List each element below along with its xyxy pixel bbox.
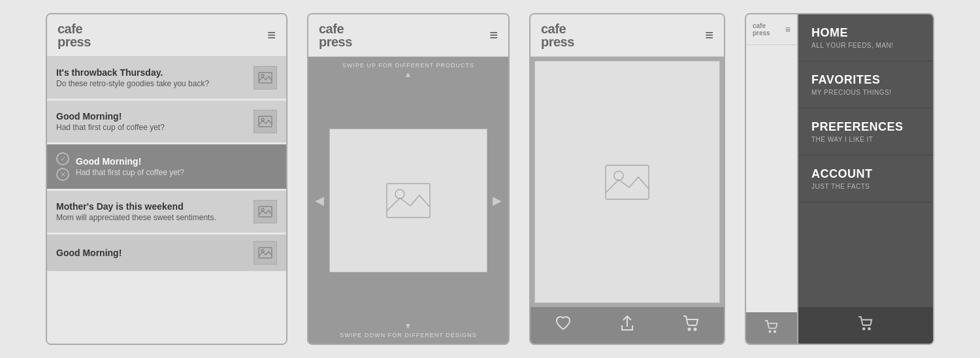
nav-item-account[interactable]: ACCOUNT JUST THE FACTS [798,155,933,203]
cart-button[interactable] [683,316,700,335]
feed-item-text: Good Morning! Had that first cup of coff… [56,111,247,132]
screen4-left-panel: cafe press ≡ [746,14,798,344]
favorite-button[interactable] [555,316,572,335]
nav-item-home[interactable]: HOME ALL YOUR FEEDS, MAN! [798,14,933,61]
small-logo-cafe: cafe [753,22,770,29]
logo-cafe: cafe [57,22,91,35]
feed-item-subtitle: Mom will appreciated these sweet sentime… [56,213,247,222]
feed-item-active[interactable]: ✓ ✕ Good Morning! Had that first cup of … [47,144,286,189]
share-button[interactable] [620,315,634,336]
screen2-header: cafe press ≡ [308,14,508,57]
screen1-header: cafe press ≡ [47,14,286,57]
logo-press: press [319,35,352,48]
nav-item-preferences[interactable]: PREFERENCES THE WAY I LIKE IT [798,108,933,155]
nav-item-preferences-title: PREFERENCES [811,120,920,134]
hamburger-menu-icon[interactable]: ≡ [705,27,713,44]
left-cart-icon[interactable] [764,320,779,336]
product-image-placeholder [604,164,650,201]
feed-item-text: It's throwback Thursday. Do these retro-… [56,67,247,88]
svg-point-16 [863,328,865,330]
logo-cafe: cafe [319,22,352,35]
swipe-up-area[interactable]: SWIPE UP FOR DIFFERENT PRODUCTS ▲ [308,57,508,84]
image-placeholder-icon [258,247,272,259]
nav-item-home-sub: ALL YOUR FEEDS, MAN! [811,42,920,49]
swipe-down-arrow: ▼ [314,321,503,331]
hamburger-menu-icon[interactable]: ≡ [489,27,498,44]
nav-menu-footer [798,307,933,344]
logo-press: press [541,35,574,48]
swipe-down-area[interactable]: ▼ SWIPE DOWN FOR DIFFERENT DESIGNS [308,316,508,344]
svg-point-12 [689,329,691,331]
feed-item-subtitle: Had that first cup of coffee yet? [56,123,247,132]
hamburger-menu-icon[interactable]: ≡ [267,27,276,44]
logo-cafe: cafe [541,22,574,35]
nav-item-favorites-sub: MY PRECIOUS THINGS! [811,89,920,96]
svg-point-17 [868,328,870,330]
carousel-main: SWIPE UP FOR DIFFERENT PRODUCTS ▲ ◀ ▶ ▼ … [308,57,508,344]
screen1-feed-list: cafe press ≡ It's throwback Thursday. Do… [46,13,287,345]
feed-item-text: Mother's Day is this weekend Mom will ap… [56,201,247,222]
active-item-icons: ✓ ✕ [56,152,69,181]
feed-item[interactable]: It's throwback Thursday. Do these retro-… [47,57,286,99]
product-image-placeholder [385,182,431,219]
feed-item-partial[interactable]: Good Morning! [47,235,286,271]
feed-item-title: Mother's Day is this weekend [56,201,247,212]
feed-item-title: Good Morning! [76,156,277,167]
nav-menu-panel: HOME ALL YOUR FEEDS, MAN! FAVORITES MY P… [798,14,933,344]
feed-item-image [253,66,277,90]
svg-rect-10 [606,165,649,199]
small-logo-press: press [753,29,770,37]
feed-item-text: Good Morning! Had that first cup of coff… [76,156,277,177]
svg-rect-8 [387,184,430,218]
feed-item-image [253,110,277,133]
screen4-left-body [746,45,797,312]
screen3-product-detail: cafe press ≡ [529,13,725,345]
feed-item-title: Good Morning! [56,111,247,122]
nav-item-account-title: ACCOUNT [811,167,920,181]
screen4-left-footer [746,312,797,344]
carousel-product-image [329,129,487,272]
svg-point-11 [614,171,623,180]
image-placeholder-icon [258,116,272,127]
swipe-up-arrow: ▲ [314,70,503,79]
feed-item[interactable]: Mother's Day is this weekend Mom will ap… [47,191,286,233]
nav-item-favorites-title: FAVORITES [811,73,920,87]
logo-press: press [57,35,91,48]
swipe-up-label: SWIPE UP FOR DIFFERENT PRODUCTS [342,62,474,69]
image-placeholder-icon [258,206,272,218]
close-icon: ✕ [56,168,69,181]
nav-cart-button[interactable] [857,316,874,334]
feed-item-image [253,200,277,223]
feed-item-text: Good Morning! [56,248,247,258]
screen3-header: cafe press ≡ [531,14,724,57]
image-placeholder-icon [258,72,272,84]
nav-item-preferences-sub: THE WAY I LIKE IT [811,136,920,143]
svg-point-14 [769,331,771,333]
screen3-footer [531,307,724,344]
svg-point-15 [774,331,776,333]
svg-point-9 [395,189,404,199]
carousel-area: ◀ ▶ [308,84,508,316]
feed-item-subtitle: Had that first cup of coffee yet? [76,168,277,177]
svg-point-13 [694,329,696,331]
carousel-prev-button[interactable]: ◀ [312,193,327,208]
product-detail-image [534,61,720,303]
cafepress-logo: cafe press [319,22,352,48]
feed-list: It's throwback Thursday. Do these retro-… [47,57,286,344]
nav-menu-list: HOME ALL YOUR FEEDS, MAN! FAVORITES MY P… [798,14,933,307]
feed-item[interactable]: Good Morning! Had that first cup of coff… [47,101,286,142]
screen2-carousel: cafe press ≡ SWIPE UP FOR DIFFERENT PROD… [307,13,510,345]
nav-item-account-sub: JUST THE FACTS [811,183,920,190]
feed-item-title: It's throwback Thursday. [56,67,247,78]
feed-item-title: Good Morning! [56,248,247,258]
feed-item-image [253,241,277,265]
hamburger-small-icon[interactable]: ≡ [785,24,791,35]
cafepress-logo: cafe press [541,22,574,48]
nav-item-favorites[interactable]: FAVORITES MY PRECIOUS THINGS! [798,61,933,108]
carousel-next-button[interactable]: ▶ [490,193,504,208]
check-icon: ✓ [56,152,69,165]
cafepress-logo: cafe press [57,22,91,48]
screen4-left-header: cafe press ≡ [746,14,797,45]
swipe-down-label: SWIPE DOWN FOR DIFFERENT DESIGNS [340,332,476,338]
screen4-nav-menu: cafe press ≡ HOME ALL YOUR FEEDS, MAN! [745,13,934,345]
